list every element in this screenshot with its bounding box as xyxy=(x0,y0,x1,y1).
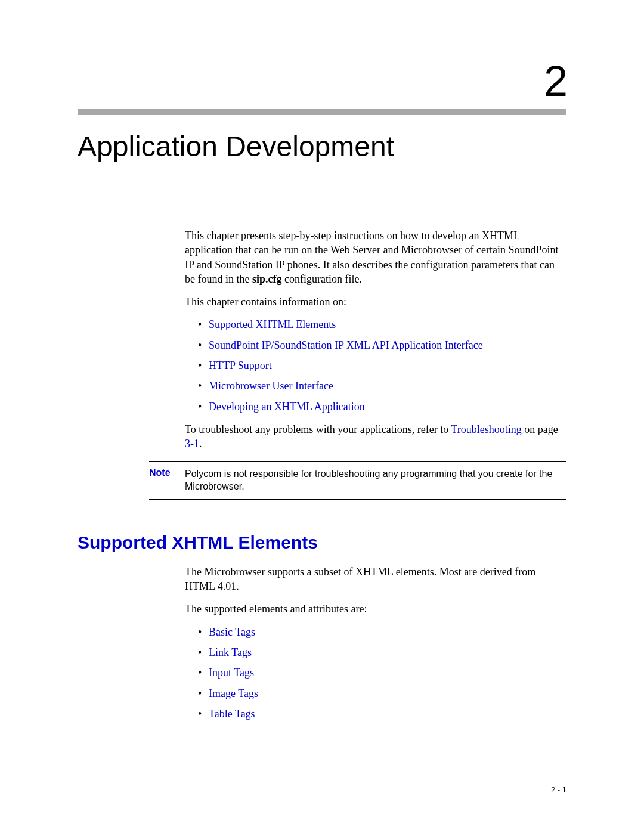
intro-paragraph-2: This chapter contains information on: xyxy=(185,295,566,309)
config-filename: sip.cfg xyxy=(252,273,282,285)
text: configuration file. xyxy=(281,273,361,285)
text: . xyxy=(199,438,202,450)
list-item: Link Tags xyxy=(198,645,566,659)
list-item: HTTP Support xyxy=(198,358,566,373)
link-table-tags[interactable]: Table Tags xyxy=(209,708,255,720)
link-link-tags[interactable]: Link Tags xyxy=(209,646,252,658)
link-input-tags[interactable]: Input Tags xyxy=(209,667,254,679)
section-paragraph-2: The supported elements and attributes ar… xyxy=(185,602,566,616)
list-item: Input Tags xyxy=(198,665,566,680)
link-developing-xhtml-app[interactable]: Developing an XHTML Application xyxy=(209,401,365,413)
link-xml-api[interactable]: SoundPoint IP/SoundStation IP XML API Ap… xyxy=(209,339,483,351)
text: on page xyxy=(522,423,558,435)
note-label: Note xyxy=(149,467,185,478)
link-http-support[interactable]: HTTP Support xyxy=(209,360,272,371)
list-item: Basic Tags xyxy=(198,625,566,639)
list-item: Table Tags xyxy=(198,707,566,721)
link-microbrowser-ui[interactable]: Microbrowser User Interface xyxy=(209,380,333,392)
tags-list: Basic Tags Link Tags Input Tags Image Ta… xyxy=(185,625,566,721)
list-item: Image Tags xyxy=(198,686,566,701)
chapter-toc-list: Supported XHTML Elements SoundPoint IP/S… xyxy=(185,317,566,413)
list-item: Supported XHTML Elements xyxy=(198,317,566,332)
link-supported-xhtml-elements[interactable]: Supported XHTML Elements xyxy=(209,318,336,330)
chapter-title: Application Development xyxy=(78,130,566,163)
page-number: 2 - 1 xyxy=(551,785,566,794)
list-item: SoundPoint IP/SoundStation IP XML API Ap… xyxy=(198,338,566,352)
note-box: Note Polycom is not responsible for trou… xyxy=(149,461,566,500)
intro-paragraph-1: This chapter presents step-by-step instr… xyxy=(185,228,566,286)
list-item: Developing an XHTML Application xyxy=(198,400,566,414)
section-paragraph-1: The Microbrowser supports a subset of XH… xyxy=(185,565,566,594)
note-text: Polycom is not responsible for troublesh… xyxy=(185,467,566,493)
text: This chapter presents step-by-step instr… xyxy=(185,230,559,285)
list-item: Microbrowser User Interface xyxy=(198,379,566,393)
troubleshoot-paragraph: To troubleshoot any problems with your a… xyxy=(185,422,566,451)
divider xyxy=(78,109,566,115)
section-heading-supported-xhtml: Supported XHTML Elements xyxy=(78,532,566,553)
chapter-number: 2 xyxy=(78,57,566,106)
link-basic-tags[interactable]: Basic Tags xyxy=(209,626,255,638)
link-image-tags[interactable]: Image Tags xyxy=(209,688,258,699)
text: To troubleshoot any problems with your a… xyxy=(185,423,451,435)
link-troubleshooting[interactable]: Troubleshooting xyxy=(451,423,521,435)
link-troubleshooting-page[interactable]: 3-1 xyxy=(185,438,199,450)
